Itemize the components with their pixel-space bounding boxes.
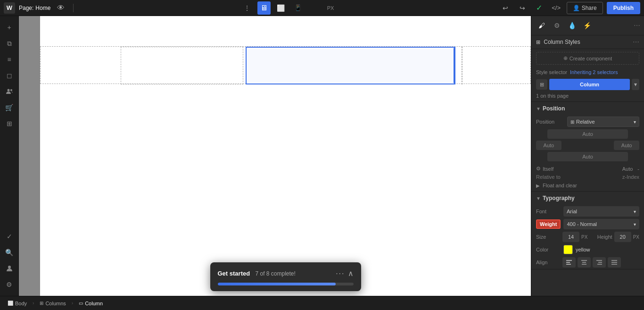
logo[interactable]: W: [4, 2, 15, 14]
sidebar-layers[interactable]: ⧉: [2, 36, 17, 51]
size-input[interactable]: 14: [562, 232, 579, 242]
styles-icon[interactable]: 🖌: [535, 19, 548, 32]
progress-bar-wrap: [218, 283, 354, 285]
create-component-button[interactable]: ⊕ Create component: [536, 52, 639, 65]
breadcrumb-column[interactable]: ▭ Column: [75, 300, 107, 307]
get-started-actions: ··· ∧: [336, 269, 353, 278]
share-button[interactable]: 👤 Share: [567, 2, 603, 14]
style-selector-value[interactable]: Inheriting 2 selectors: [570, 69, 639, 75]
page-name[interactable]: Home: [35, 5, 50, 11]
color-label: Color: [536, 247, 561, 252]
sidebar-shapes[interactable]: ◻: [2, 68, 17, 83]
tablet-icon[interactable]: ⬜: [274, 1, 288, 15]
color-swatch[interactable]: [563, 245, 573, 254]
align-center-button[interactable]: [578, 257, 591, 268]
weight-chevron: ▾: [634, 222, 636, 227]
desktop-icon[interactable]: 🖥: [257, 1, 271, 15]
sidebar-settings[interactable]: ⚙: [2, 277, 17, 292]
align-row: Align: [531, 256, 644, 269]
align-right-button[interactable]: [593, 257, 606, 268]
weight-label[interactable]: Weight: [536, 219, 561, 229]
align-label: Align: [536, 260, 561, 265]
svg-point-2: [8, 266, 11, 268]
svg-rect-12: [611, 260, 617, 261]
publish-button[interactable]: Publish: [607, 2, 640, 14]
columns-label: Columns: [45, 301, 66, 306]
itself-value[interactable]: Auto: [596, 166, 633, 172]
svg-rect-14: [611, 264, 617, 265]
grid-icon: ⊞: [536, 39, 540, 45]
column-styles-header: ⊞ Column Styles ⋯: [531, 35, 644, 49]
get-started-count: 7 of 8 complete!: [255, 270, 295, 277]
column-2-selected[interactable]: [246, 47, 455, 84]
mobile-icon[interactable]: 📱: [291, 1, 305, 15]
sidebar-account[interactable]: [2, 261, 17, 276]
position-header[interactable]: ▼ Position: [531, 102, 644, 115]
svg-rect-3: [566, 260, 572, 261]
eye-icon[interactable]: 👁: [54, 1, 67, 15]
settings-panel-icon[interactable]: ⚙: [550, 19, 563, 32]
dots-button[interactable]: ···: [336, 269, 345, 278]
align-left-button[interactable]: [562, 257, 576, 268]
sidebar-check[interactable]: ✓: [2, 229, 17, 244]
selector-grid-icon[interactable]: ⊞: [536, 79, 547, 90]
section-dots[interactable]: ⋯: [633, 38, 639, 46]
main-layout: + ⧉ ≡ ◻ 🛒 ⊞ ✓ 🔍 ⚙ ⊞ Column ⚙: [0, 16, 644, 296]
auto-bottom-row: Auto: [531, 151, 644, 162]
svg-rect-4: [566, 262, 570, 263]
breadcrumb-columns[interactable]: ⊞ Columns: [36, 300, 69, 307]
right-panel: 🖌 ⚙ 💧 ⚡ ⋯ ⊞ Column Styles ⋯ ⊕ Create com…: [531, 16, 644, 296]
canvas-area[interactable]: ⊞ Column ⚙: [19, 16, 531, 296]
collapse-button[interactable]: ∧: [348, 269, 354, 278]
float-clear-row[interactable]: ▶ Float and clear: [531, 181, 644, 191]
height-label: Height: [597, 234, 612, 240]
canvas-white[interactable]: ⊞ Column ⚙: [40, 16, 531, 296]
px-input[interactable]: 1070: [308, 4, 325, 11]
bottom-bar: ⬜ Body › ⊞ Columns › ▭ Column: [0, 296, 644, 310]
sidebar-apps[interactable]: ⊞: [2, 116, 17, 131]
sidebar-add[interactable]: +: [2, 20, 17, 35]
position-title: Position: [543, 105, 565, 112]
undo-icon[interactable]: ↩: [499, 1, 512, 15]
panel-top-dots[interactable]: ⋯: [634, 22, 640, 29]
body-label: Body: [15, 301, 27, 306]
size-row: Size 14 PX Height 20 PX: [531, 230, 644, 243]
resize-handle-right[interactable]: [452, 48, 457, 84]
redo-icon[interactable]: ↪: [516, 1, 529, 15]
column-bc-label: Column: [85, 301, 103, 306]
page-info: Page: Home: [19, 5, 50, 11]
size-unit: PX: [581, 235, 587, 240]
interactions-icon[interactable]: ⚡: [580, 19, 594, 32]
typography-section: ▼ Typography Font Arial ▾ Weight 400 - N…: [531, 192, 644, 269]
selector-tag[interactable]: Column: [549, 79, 630, 90]
weight-select[interactable]: 400 - Normal ▾: [563, 219, 639, 229]
more-icon[interactable]: ⋮: [240, 1, 254, 15]
position-chevron: ▾: [634, 119, 636, 125]
height-input[interactable]: 20: [614, 232, 631, 242]
topbar: W Page: Home 👁 ⋮ 🖥 ⬜ 📱 1070 PX ↩ ↪ ✓ </>…: [0, 0, 644, 16]
position-select[interactable]: ⊞ Relative ▾: [567, 117, 639, 127]
auto-top-field[interactable]: Auto: [547, 129, 628, 139]
svg-rect-7: [582, 262, 586, 263]
column-3[interactable]: [462, 47, 462, 84]
status-icon[interactable]: ✓: [533, 1, 546, 15]
code-icon[interactable]: </>: [550, 1, 563, 15]
sidebar-search[interactable]: 🔍: [2, 245, 17, 260]
font-select[interactable]: Arial ▾: [563, 206, 639, 217]
sidebar-ecommerce[interactable]: 🛒: [2, 100, 17, 115]
effects-icon[interactable]: 💧: [565, 19, 578, 32]
auto-right-field[interactable]: Auto: [614, 141, 639, 150]
auto-left-field[interactable]: Auto: [536, 141, 561, 150]
align-justify-button[interactable]: [608, 257, 621, 268]
typography-header[interactable]: ▼ Typography: [531, 192, 644, 205]
column-1[interactable]: [121, 47, 243, 84]
weight-row: Weight 400 - Normal ▾: [531, 218, 644, 230]
auto-bottom-field[interactable]: Auto: [547, 152, 628, 161]
z-index-label[interactable]: z-Index: [622, 174, 639, 180]
sidebar-users[interactable]: [2, 84, 17, 99]
sidebar-text[interactable]: ≡: [2, 52, 17, 67]
row-container[interactable]: [40, 46, 531, 84]
breadcrumb-body[interactable]: ⬜ Body: [4, 300, 31, 307]
weight-value: 400 - Normal: [567, 221, 597, 227]
selector-dropdown[interactable]: ▾: [632, 79, 639, 90]
